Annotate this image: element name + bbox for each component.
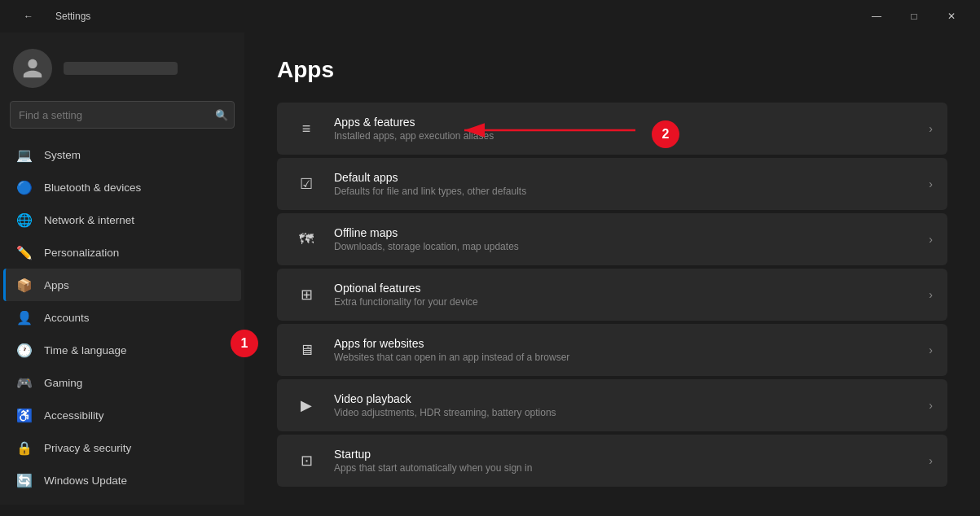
optional-features-text: Optional featuresExtra functionality for… bbox=[334, 282, 921, 308]
optional-features-title: Optional features bbox=[334, 282, 921, 295]
network-icon: 🌐 bbox=[16, 212, 33, 228]
offline-maps-text: Offline mapsDownloads, storage location,… bbox=[334, 226, 921, 252]
video-playback-title: Video playback bbox=[334, 392, 921, 405]
sidebar-item-accounts[interactable]: 👤Accounts bbox=[3, 301, 241, 334]
startup-desc: Apps that start automatically when you s… bbox=[334, 462, 921, 474]
close-button[interactable]: ✕ bbox=[933, 3, 970, 29]
bluetooth-icon: 🔵 bbox=[16, 179, 33, 195]
accounts-icon: 👤 bbox=[16, 309, 33, 326]
user-name-placeholder bbox=[64, 62, 178, 75]
settings-item-optional-features[interactable]: ⊞Optional featuresExtra functionality fo… bbox=[277, 269, 947, 321]
offline-maps-desc: Downloads, storage location, map updates bbox=[334, 241, 921, 252]
title-bar-left: ← Settings bbox=[10, 3, 858, 29]
content-area: Apps ≡Apps & featuresInstalled apps, app… bbox=[244, 33, 980, 514]
sidebar-item-label-network: Network & internet bbox=[44, 214, 134, 226]
apps-websites-desc: Websites that can open in an app instead… bbox=[334, 352, 921, 363]
default-apps-title: Default apps bbox=[334, 171, 921, 184]
sidebar-item-personalization[interactable]: ✏️Personalization bbox=[3, 236, 241, 269]
offline-maps-title: Offline maps bbox=[334, 226, 921, 239]
apps-websites-icon: 🖥 bbox=[292, 335, 321, 365]
optional-features-icon: ⊞ bbox=[292, 280, 321, 309]
apps-features-text: Apps & featuresInstalled apps, app execu… bbox=[334, 116, 921, 142]
update-icon: 🔄 bbox=[16, 472, 33, 488]
title-bar-controls: — □ ✕ bbox=[858, 3, 970, 29]
sidebar: 🔍 💻System🔵Bluetooth & devices🌐Network & … bbox=[0, 33, 244, 505]
apps-features-chevron: › bbox=[929, 122, 933, 135]
apps-websites-chevron: › bbox=[929, 343, 933, 356]
settings-item-default-apps[interactable]: ☑Default appsDefaults for file and link … bbox=[277, 158, 947, 210]
video-playback-desc: Video adjustments, HDR streaming, batter… bbox=[334, 407, 921, 418]
apps-features-desc: Installed apps, app execution aliases bbox=[334, 130, 921, 142]
optional-features-chevron: › bbox=[929, 288, 933, 301]
video-playback-chevron: › bbox=[929, 399, 933, 412]
sidebar-item-system[interactable]: 💻System bbox=[3, 138, 241, 171]
back-button[interactable]: ← bbox=[10, 3, 47, 29]
content-wrapper: Apps ≡Apps & featuresInstalled apps, app… bbox=[244, 33, 980, 516]
user-icon bbox=[21, 57, 44, 80]
apps-icon: 📦 bbox=[16, 277, 33, 293]
search-input[interactable] bbox=[10, 101, 235, 129]
startup-text: StartupApps that start automatically whe… bbox=[334, 448, 921, 474]
sidebar-item-label-personalization: Personalization bbox=[44, 247, 119, 259]
avatar bbox=[13, 49, 52, 88]
minimize-button[interactable]: — bbox=[858, 3, 895, 29]
startup-icon: ⊡ bbox=[292, 446, 321, 475]
video-playback-text: Video playbackVideo adjustments, HDR str… bbox=[334, 392, 921, 418]
nav-list: 💻System🔵Bluetooth & devices🌐Network & in… bbox=[0, 138, 244, 496]
privacy-icon: 🔒 bbox=[16, 439, 33, 456]
personalization-icon: ✏️ bbox=[16, 244, 33, 260]
system-icon: 💻 bbox=[16, 146, 33, 163]
search-box: 🔍 bbox=[10, 101, 235, 129]
sidebar-item-label-privacy: Privacy & security bbox=[44, 442, 131, 454]
sidebar-item-label-time: Time & language bbox=[44, 344, 127, 356]
sidebar-item-time[interactable]: 🕐Time & language bbox=[3, 334, 241, 366]
default-apps-desc: Defaults for file and link types, other … bbox=[334, 186, 921, 197]
sidebar-item-label-gaming: Gaming bbox=[44, 377, 82, 389]
settings-item-video-playback[interactable]: ▶Video playbackVideo adjustments, HDR st… bbox=[277, 379, 947, 431]
annotation-2: 2 bbox=[652, 120, 679, 148]
sidebar-item-gaming[interactable]: 🎮Gaming bbox=[3, 366, 241, 399]
sidebar-item-label-system: System bbox=[44, 149, 81, 161]
settings-item-offline-maps[interactable]: 🗺Offline mapsDownloads, storage location… bbox=[277, 213, 947, 265]
offline-maps-icon: 🗺 bbox=[292, 225, 321, 254]
gaming-icon: 🎮 bbox=[16, 374, 33, 391]
settings-list: ≡Apps & featuresInstalled apps, app exec… bbox=[277, 103, 947, 487]
sidebar-item-privacy[interactable]: 🔒Privacy & security bbox=[3, 431, 241, 464]
sidebar-item-label-accounts: Accounts bbox=[44, 312, 90, 324]
sidebar-item-update[interactable]: 🔄Windows Update bbox=[3, 464, 241, 496]
settings-item-apps-features[interactable]: ≡Apps & featuresInstalled apps, app exec… bbox=[277, 103, 947, 155]
app-container: 🔍 💻System🔵Bluetooth & devices🌐Network & … bbox=[0, 33, 980, 516]
annotation-1: 1 bbox=[231, 330, 258, 357]
sidebar-item-label-accessibility: Accessibility bbox=[44, 409, 104, 422]
maximize-button[interactable]: □ bbox=[895, 3, 933, 29]
sidebar-item-network[interactable]: 🌐Network & internet bbox=[3, 203, 241, 236]
sidebar-item-apps[interactable]: 📦Apps bbox=[3, 269, 241, 301]
apps-features-title: Apps & features bbox=[334, 116, 921, 129]
default-apps-chevron: › bbox=[929, 177, 933, 190]
sidebar-item-bluetooth[interactable]: 🔵Bluetooth & devices bbox=[3, 171, 241, 203]
offline-maps-chevron: › bbox=[929, 233, 933, 246]
settings-item-apps-websites[interactable]: 🖥Apps for websitesWebsites that can open… bbox=[277, 324, 947, 376]
sidebar-wrapper: 🔍 💻System🔵Bluetooth & devices🌐Network & … bbox=[0, 33, 244, 516]
accessibility-icon: ♿ bbox=[16, 407, 33, 423]
title-bar: ← Settings — □ ✕ bbox=[0, 0, 980, 33]
sidebar-item-label-update: Windows Update bbox=[44, 474, 127, 487]
apps-websites-title: Apps for websites bbox=[334, 337, 921, 350]
time-icon: 🕐 bbox=[16, 342, 33, 358]
sidebar-item-label-apps: Apps bbox=[44, 279, 69, 291]
sidebar-item-accessibility[interactable]: ♿Accessibility bbox=[3, 399, 241, 431]
page-title: Apps bbox=[277, 57, 947, 83]
title-bar-title: Settings bbox=[55, 11, 90, 22]
default-apps-icon: ☑ bbox=[292, 169, 321, 199]
startup-chevron: › bbox=[929, 454, 933, 467]
apps-websites-text: Apps for websitesWebsites that can open … bbox=[334, 337, 921, 363]
optional-features-desc: Extra functionality for your device bbox=[334, 296, 921, 308]
video-playback-icon: ▶ bbox=[292, 391, 321, 420]
sidebar-item-label-bluetooth: Bluetooth & devices bbox=[44, 181, 141, 194]
default-apps-text: Default appsDefaults for file and link t… bbox=[334, 171, 921, 197]
settings-item-startup[interactable]: ⊡StartupApps that start automatically wh… bbox=[277, 435, 947, 487]
startup-title: Startup bbox=[334, 448, 921, 461]
search-icon: 🔍 bbox=[215, 109, 228, 121]
apps-features-icon: ≡ bbox=[292, 114, 321, 143]
user-section[interactable] bbox=[0, 41, 244, 101]
